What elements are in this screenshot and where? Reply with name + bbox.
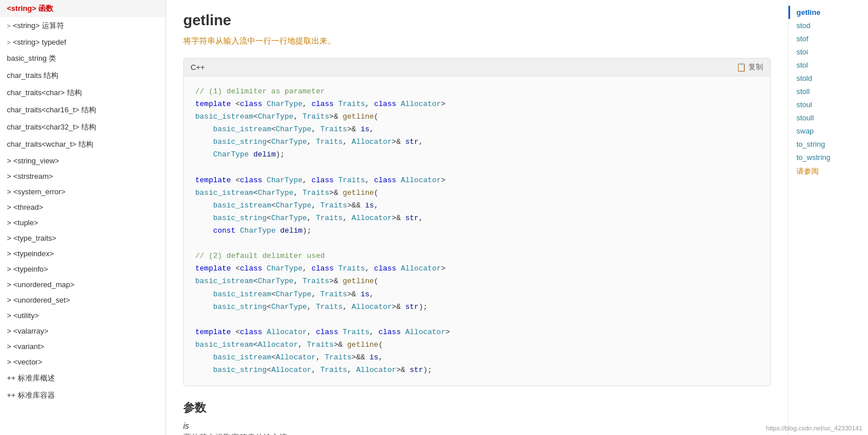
- arrow-icon: >: [7, 39, 10, 46]
- arrow-icon: >: [7, 22, 10, 29]
- sidebar-item-char-traits[interactable]: char_traits 结构: [0, 67, 165, 84]
- code-block: C++ 📋 复制 // (1) delimiter as parameter t…: [183, 58, 771, 386]
- sidebar-item-label: <string> 运算符: [13, 21, 64, 31]
- toc-item-stoll[interactable]: stoll: [788, 85, 868, 98]
- sidebar-item-label: > <string_view>: [7, 156, 59, 165]
- sidebar-item-type-traits[interactable]: > <type_traits>: [0, 230, 165, 246]
- sidebar-item-char-traits-char32[interactable]: char_traits<char32_t> 结构: [0, 119, 165, 136]
- code-content: // (1) delimiter as parameter template <…: [184, 76, 770, 386]
- sidebar-item-variant[interactable]: > <variant>: [0, 339, 165, 354]
- sidebar-item-char-traits-char16[interactable]: char_traits<char16_t> 结构: [0, 101, 165, 119]
- code-block-header: C++ 📋 复制: [184, 58, 770, 76]
- toc-item-stold[interactable]: stold: [788, 72, 868, 85]
- sidebar-item-label: char_traits<char16_t> 结构: [7, 105, 96, 115]
- sidebar-item-string-functions[interactable]: <string> 函数: [0, 0, 165, 17]
- sidebar: <string> 函数 > <string> 运算符 > <string> ty…: [0, 0, 166, 435]
- sidebar-item-string-typedef[interactable]: > <string> typedef: [0, 34, 165, 50]
- param-is-name: is: [183, 421, 771, 430]
- sidebar-item-label: > <tuple>: [7, 218, 38, 227]
- sidebar-item-label: > <typeindex>: [7, 249, 54, 258]
- toc-item-stoi[interactable]: stoi: [788, 45, 868, 58]
- main-content: getline 将字符串从输入流中一行一行地提取出来。 C++ 📋 复制 // …: [166, 0, 788, 435]
- toc-item-getline[interactable]: getline: [788, 6, 868, 19]
- toc-panel: getline stod stof stoi stol stold stoll …: [788, 0, 868, 435]
- sidebar-item-strstream[interactable]: > <strstream>: [0, 168, 165, 184]
- sidebar-item-label: > <utility>: [7, 311, 39, 320]
- sidebar-item-tuple[interactable]: > <tuple>: [0, 215, 165, 230]
- toc-item-stoull[interactable]: stoull: [788, 111, 868, 124]
- sidebar-item-stdlib-containers[interactable]: ++ 标准库容器: [0, 387, 165, 404]
- sidebar-item-label: > <unordered_map>: [7, 280, 74, 289]
- copy-icon: 📋: [736, 62, 746, 72]
- sidebar-item-label: > <valarray>: [7, 327, 49, 335]
- sidebar-item-label: char_traits<wchar_t> 结构: [7, 139, 93, 150]
- sidebar-item-string-operator[interactable]: > <string> 运算符: [0, 17, 165, 34]
- toc-item-to-string[interactable]: to_string: [788, 138, 868, 151]
- sidebar-item-label: > <type_traits>: [7, 234, 56, 242]
- toc-item-swap[interactable]: swap: [788, 124, 868, 138]
- toc-item-stof[interactable]: stof: [788, 32, 868, 45]
- sidebar-item-stdlib-overview[interactable]: ++ 标准库概述: [0, 370, 165, 387]
- sidebar-item-label: ++ 标准库容器: [7, 390, 55, 401]
- sidebar-item-unordered-map[interactable]: > <unordered_map>: [0, 277, 165, 292]
- sidebar-item-valarray[interactable]: > <valarray>: [0, 323, 165, 339]
- sidebar-item-unordered-set[interactable]: > <unordered_set>: [0, 292, 165, 308]
- code-lang-label: C++: [191, 63, 205, 72]
- toc-item-stoul[interactable]: stoul: [788, 98, 868, 111]
- sidebar-item-char-traits-char[interactable]: char_traits<char> 结构: [0, 84, 165, 101]
- sidebar-item-label: <string> typedef: [13, 38, 66, 46]
- page-title: getline: [183, 11, 771, 29]
- copy-button[interactable]: 📋 复制: [736, 62, 763, 72]
- sidebar-item-label: <string> 函数: [7, 3, 53, 14]
- toc-item-stol[interactable]: stol: [788, 58, 868, 72]
- sidebar-item-char-traits-wchar[interactable]: char_traits<wchar_t> 结构: [0, 136, 165, 153]
- sidebar-item-label: char_traits<char> 结构: [7, 88, 82, 98]
- sidebar-item-label: > <system_error>: [7, 187, 65, 196]
- sidebar-item-label: char_traits 结构: [7, 70, 58, 81]
- sidebar-item-thread[interactable]: > <thread>: [0, 199, 165, 215]
- sidebar-item-label: > <variant>: [7, 342, 44, 351]
- sidebar-item-label: ++ 标准库概述: [7, 373, 55, 383]
- sidebar-item-system-error[interactable]: > <system_error>: [0, 184, 165, 199]
- sidebar-item-label: > <typeinfo>: [7, 265, 48, 273]
- toc-item-see-also[interactable]: 请参阅: [788, 164, 868, 179]
- sidebar-item-basic-string[interactable]: basic_string 类: [0, 50, 165, 67]
- sidebar-item-label: basic_string 类: [7, 53, 56, 64]
- toc-item-to-wstring[interactable]: to_wstring: [788, 151, 868, 164]
- param-is-desc: 要从其中提取字符串的输入流。: [183, 433, 771, 435]
- sidebar-item-label: > <unordered_set>: [7, 296, 70, 304]
- sidebar-item-vector[interactable]: > <vector>: [0, 354, 165, 370]
- footer-url: https://blog.csdn.net/uc_42330141: [766, 425, 862, 432]
- sidebar-item-label: > <strstream>: [7, 172, 53, 181]
- section-params-heading: 参数: [183, 400, 771, 416]
- sidebar-item-label: > <vector>: [7, 358, 42, 366]
- toc-item-stod[interactable]: stod: [788, 19, 868, 32]
- sidebar-item-typeindex[interactable]: > <typeindex>: [0, 246, 165, 261]
- sidebar-item-string-view[interactable]: > <string_view>: [0, 153, 165, 168]
- page-subtitle: 将字符串从输入流中一行一行地提取出来。: [183, 36, 771, 46]
- sidebar-item-label: char_traits<char32_t> 结构: [7, 122, 96, 132]
- sidebar-item-utility[interactable]: > <utility>: [0, 308, 165, 323]
- sidebar-item-typeinfo[interactable]: > <typeinfo>: [0, 261, 165, 277]
- sidebar-item-label: > <thread>: [7, 203, 43, 211]
